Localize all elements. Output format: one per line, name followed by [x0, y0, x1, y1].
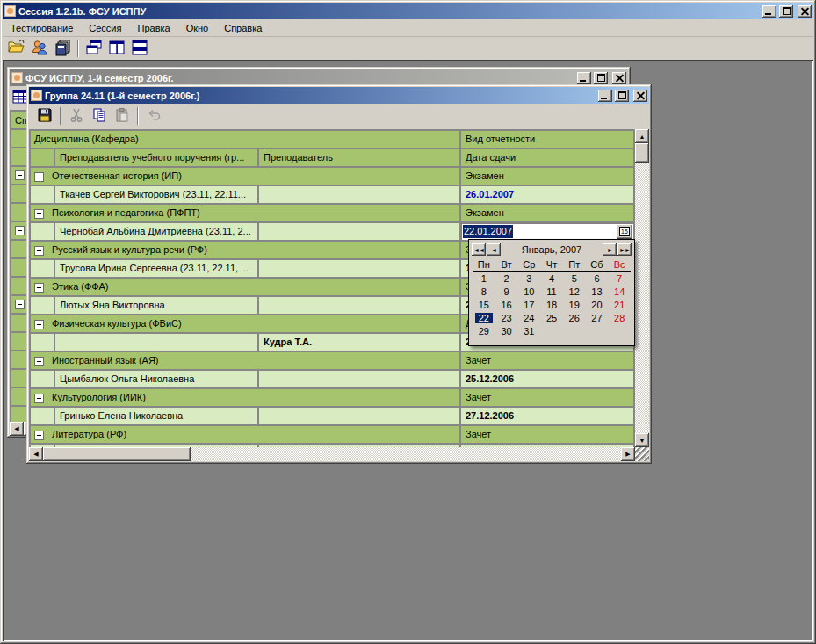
scroll-up-button[interactable]: ▲ — [635, 129, 649, 143]
teacher-name-cell[interactable]: Лютых Яна Викторовна — [55, 297, 259, 315]
calendar-day[interactable]: 29 — [473, 325, 495, 338]
calendar-day[interactable]: 18 — [540, 299, 563, 312]
undo-button[interactable] — [143, 106, 164, 126]
next-month-button[interactable]: ► — [603, 243, 617, 256]
row-indent-cell[interactable] — [31, 408, 55, 426]
menu-item-Тестирование[interactable]: Тестирование — [3, 21, 81, 35]
scroll-right-button[interactable]: ▶ — [621, 447, 635, 461]
collapse-icon[interactable] — [34, 172, 44, 182]
vertical-scrollbar[interactable]: ▲ ▼ — [635, 129, 649, 447]
row-indent-cell[interactable] — [31, 371, 55, 389]
collapse-icon[interactable] — [34, 283, 44, 293]
teacher-cell[interactable] — [259, 223, 461, 242]
prev-month-button[interactable]: ◄ — [487, 243, 501, 256]
row-indent-cell[interactable] — [31, 186, 55, 205]
teacher-name-cell[interactable]: Цымбалюк Ольга Николаевна — [55, 371, 259, 389]
calendar-day[interactable]: 22 — [473, 312, 495, 325]
minimize-button[interactable] — [762, 5, 776, 18]
scrollbar-thumb[interactable] — [43, 447, 191, 461]
teacher-name-cell[interactable]: Чернобай Альбина Дмитриевна (23.11, 2... — [55, 223, 259, 242]
collapse-icon[interactable] — [34, 357, 44, 366]
cascade-windows-button[interactable] — [83, 39, 105, 58]
calendar-day[interactable]: 11 — [540, 286, 563, 299]
row-indent-cell[interactable] — [31, 334, 55, 352]
row-indent-cell[interactable] — [31, 260, 55, 279]
collapse-icon[interactable] — [34, 320, 44, 329]
collapse-icon[interactable] — [15, 226, 25, 235]
calendar-day[interactable]: 19 — [563, 299, 586, 312]
calendar-day[interactable]: 12 — [563, 286, 586, 299]
menu-item-Окно[interactable]: Окно — [178, 21, 217, 35]
minimize-button[interactable] — [598, 90, 612, 102]
open-button[interactable] — [6, 39, 27, 58]
calendar-day[interactable]: 28 — [608, 312, 631, 325]
dimension-cell[interactable]: Отечественная история (ИП) — [31, 168, 461, 186]
report-value-cell[interactable]: Экзамен — [461, 168, 635, 186]
scrollbar-track[interactable] — [635, 163, 649, 433]
resize-grip[interactable] — [635, 447, 649, 461]
row-indent-cell[interactable] — [31, 297, 55, 315]
dimension-cell[interactable]: Психология и педагогика (ПФПТ) — [31, 205, 461, 223]
groups-button[interactable] — [52, 39, 73, 58]
calendar-day[interactable]: 13 — [586, 286, 609, 299]
date-editor[interactable]: 22.01.200715 — [461, 223, 633, 240]
teacher-cell[interactable] — [259, 260, 461, 279]
date-picker-button[interactable]: 15 — [617, 224, 632, 239]
collapse-icon[interactable] — [15, 300, 25, 309]
scroll-left-button[interactable]: ◀ — [29, 447, 43, 461]
calendar-day[interactable]: 10 — [517, 286, 540, 299]
dimension-cell[interactable]: Иностранный язык (АЯ) — [31, 352, 461, 371]
dimension-cell[interactable]: Физическая культура (ФВиС) — [31, 315, 461, 334]
calendar-day[interactable]: 5 — [563, 272, 586, 286]
calendar-day[interactable]: 14 — [608, 286, 631, 299]
calendar-day[interactable]: 2 — [495, 272, 518, 286]
calendar-day[interactable]: 27 — [586, 312, 609, 325]
scrollbar-thumb[interactable] — [635, 143, 649, 163]
calendar-day[interactable]: 15 — [473, 299, 495, 312]
collapse-icon[interactable] — [15, 170, 25, 180]
maximize-button[interactable] — [615, 90, 629, 102]
dimension-cell[interactable]: Этика (ФФА) — [31, 279, 461, 297]
teacher-cell[interactable] — [259, 371, 461, 389]
horizontal-scrollbar[interactable]: ◀ ▶ — [29, 447, 635, 461]
prev-year-button[interactable]: ◄◄ — [472, 243, 486, 256]
report-value-cell[interactable]: 27.12.2006 — [461, 408, 635, 426]
close-button[interactable] — [798, 5, 812, 18]
students-button[interactable] — [29, 39, 50, 58]
calendar-day[interactable]: 6 — [586, 272, 609, 286]
cut-button[interactable] — [66, 106, 87, 126]
copy-button[interactable] — [89, 106, 110, 126]
teacher-name-cell[interactable] — [55, 334, 259, 352]
calendar-day[interactable]: 25 — [540, 312, 563, 325]
teacher-cell[interactable] — [259, 186, 461, 205]
tile-vertical-button[interactable] — [106, 39, 127, 58]
maximize-button[interactable] — [779, 5, 793, 18]
main-title-bar[interactable]: Сессия 1.2.1b. ФСУ ИСППУ — [3, 3, 813, 19]
dimension-cell[interactable]: Культурология (ИИК) — [31, 389, 461, 408]
teacher-cell[interactable]: Кудра Т.А. — [259, 334, 461, 352]
close-button[interactable] — [612, 72, 626, 84]
scroll-down-button[interactable]: ▼ — [635, 433, 649, 447]
report-value-cell[interactable]: 25.12.2006 — [461, 371, 635, 389]
app-icon[interactable] — [11, 72, 23, 83]
calendar-day[interactable]: 1 — [473, 272, 495, 286]
calendar-day[interactable]: 4 — [540, 272, 563, 286]
row-indent-cell[interactable] — [31, 223, 55, 242]
maximize-button[interactable] — [594, 72, 608, 84]
report-value-cell[interactable]: 26.01.2007 — [461, 186, 635, 205]
report-value-cell[interactable]: Зачет — [461, 426, 635, 445]
calendar-day[interactable]: 16 — [495, 299, 518, 312]
dimension-cell[interactable]: Литература (РФ) — [31, 426, 461, 445]
tile-horizontal-button[interactable] — [129, 39, 150, 58]
app-icon[interactable] — [4, 5, 16, 17]
report-value-cell[interactable]: Зачет — [461, 352, 635, 371]
paste-button[interactable] — [112, 106, 133, 126]
report-value-cell[interactable]: Зачет — [461, 389, 635, 408]
report-value-cell[interactable]: Экзамен — [461, 205, 635, 223]
close-button[interactable] — [633, 90, 647, 102]
calendar-day[interactable]: 26 — [563, 312, 586, 325]
calendar-day[interactable]: 31 — [517, 325, 540, 338]
calendar-day[interactable]: 9 — [495, 286, 518, 299]
menu-item-Сессия[interactable]: Сессия — [81, 21, 129, 35]
collapse-icon[interactable] — [34, 209, 44, 219]
